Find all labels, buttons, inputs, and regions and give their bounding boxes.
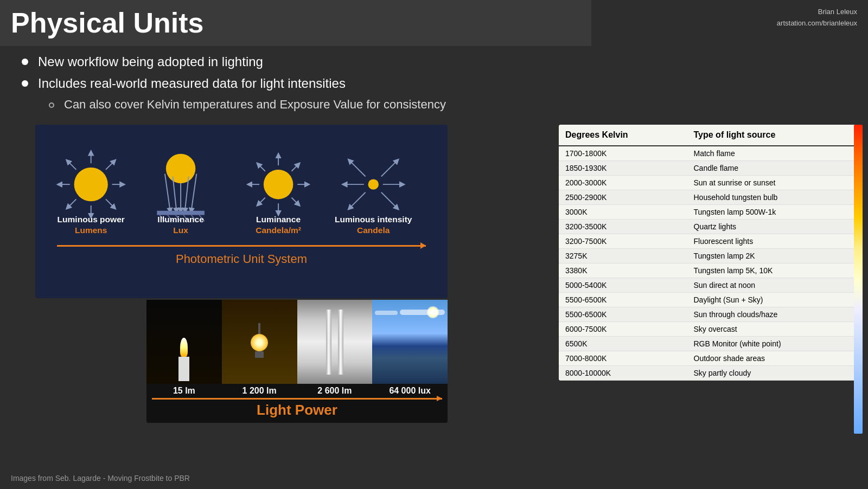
light-source-value: Fluorescent lights: [687, 234, 858, 249]
kelvin-value: 2500-2900K: [559, 190, 687, 205]
kelvin-value: 6500K: [559, 337, 687, 351]
light-source-value: Sun through clouds/haze: [687, 307, 858, 322]
kelvin-value: 7000-8000K: [559, 351, 687, 366]
svg-text:Luminous power: Luminous power: [58, 215, 125, 224]
candle-image: [146, 300, 222, 384]
lm-label-3: 2 600 lm: [297, 386, 373, 396]
col-header-source: Type of light source: [687, 125, 858, 146]
tube-image: [297, 300, 373, 384]
bullet-text-2: Includes real-world measured data for li…: [38, 76, 346, 91]
table-row: 3200-7500KFluorescent lights: [559, 234, 857, 249]
photometric-title: Photometric Unit System: [46, 252, 437, 266]
light-power-title: Light Power: [146, 400, 448, 423]
kelvin-value: 6000-7500K: [559, 322, 687, 337]
photometric-title-white: Unit System: [239, 252, 307, 266]
svg-line-7: [68, 199, 76, 208]
light-source-value: Tungsten lamp 2K: [687, 249, 858, 263]
bullet-item-1: New workflow being adopted in lighting: [22, 54, 510, 69]
kelvin-value: 5500-6500K: [559, 307, 687, 322]
svg-text:Lux: Lux: [173, 226, 188, 235]
svg-line-35: [349, 160, 365, 176]
table-row: 5500-6500KDaylight (Sun + Sky): [559, 293, 857, 307]
lm-label-4: 64 000 lux: [372, 386, 448, 396]
table-row: 8000-10000KSky partly cloudy: [559, 366, 857, 381]
kelvin-value: 3275K: [559, 249, 687, 263]
table-row: 5000-5400KSun direct at noon: [559, 278, 857, 293]
page-title: Physical Units: [11, 8, 580, 38]
table-row: 7000-8000KOutdoor shade areas: [559, 351, 857, 366]
author-info: Brian Leleux artstation.com/brianleleux: [777, 7, 857, 29]
svg-line-28: [291, 164, 298, 171]
kelvin-value: 3380K: [559, 263, 687, 278]
kelvin-value: 5000-5400K: [559, 278, 687, 293]
table-row: 5500-6500KSun through clouds/haze: [559, 307, 857, 322]
svg-line-10: [165, 174, 170, 211]
table-row: 1700-1800KMatch flame: [559, 146, 857, 161]
photometric-title-orange: Photometric: [176, 252, 239, 266]
light-power-labels: 15 lm 1 200 lm 2 600 lm 64 000 lux: [146, 384, 448, 398]
svg-text:Lumens: Lumens: [75, 226, 107, 235]
kelvin-value: 3200-7500K: [559, 234, 687, 249]
photometric-diagram: Luminous power Lumens Illuminance Lux Lu…: [35, 125, 448, 298]
sub-bullet-item: Can also cover Kelvin temperatures and E…: [49, 98, 510, 112]
svg-line-32: [381, 160, 397, 176]
bullet-dot-1: [22, 59, 28, 65]
lm-label-2: 1 200 lm: [222, 386, 297, 396]
orange-arrow-bar: [57, 245, 426, 247]
table-row: 1850-1930KCandle flame: [559, 161, 857, 176]
light-source-value: Sun direct at noon: [687, 278, 858, 293]
table-row: 3200-3500KQuartz lights: [559, 220, 857, 234]
kelvin-value: 3200-3500K: [559, 220, 687, 234]
table-row: 6000-7500KSky overcast: [559, 322, 857, 337]
svg-line-14: [192, 174, 197, 211]
svg-text:Illuminance: Illuminance: [157, 215, 204, 224]
light-power-box: 15 lm 1 200 lm 2 600 lm 64 000 lux Light…: [146, 300, 448, 423]
svg-line-37: [349, 192, 365, 208]
svg-line-6: [106, 161, 114, 170]
light-source-value: Outdoor shade areas: [687, 351, 858, 366]
lm-label-1: 15 lm: [146, 386, 222, 396]
svg-point-9: [166, 154, 195, 183]
light-source-value: Household tungsten bulb: [687, 190, 858, 205]
svg-point-31: [368, 179, 379, 189]
svg-line-27: [258, 164, 265, 171]
kelvin-value: 8000-10000K: [559, 366, 687, 381]
bulb-image: [222, 300, 297, 384]
kelvin-value: 1850-1930K: [559, 161, 687, 176]
color-temperature-bar: [854, 125, 863, 434]
bullet-item-2: Includes real-world measured data for li…: [22, 76, 510, 91]
light-source-value: Candle flame: [687, 161, 858, 176]
kelvin-table: Degrees Kelvin Type of light source 1700…: [559, 125, 857, 381]
table-row: 2500-2900KHousehold tungsten bulb: [559, 190, 857, 205]
svg-text:Candela/m²: Candela/m²: [256, 226, 301, 235]
svg-line-34: [381, 192, 397, 208]
light-source-value: Match flame: [687, 146, 858, 161]
bottom-caption: Images from Seb. Lagarde - Moving Frostb…: [11, 474, 190, 482]
light-source-value: Tungsten lamp 500W-1k: [687, 205, 858, 220]
svg-line-29: [258, 197, 265, 204]
light-source-value: Sky partly cloudy: [687, 366, 858, 381]
col-header-kelvin: Degrees Kelvin: [559, 125, 687, 146]
kelvin-value: 2000-3000K: [559, 176, 687, 190]
author-name: Brian Leleux: [777, 7, 857, 18]
author-website: artstation.com/brianleleux: [777, 18, 857, 29]
table-row: 6500KRGB Monitor (white point): [559, 337, 857, 351]
svg-line-8: [106, 199, 114, 208]
kelvin-value: 3000K: [559, 205, 687, 220]
svg-text:Luminance: Luminance: [256, 215, 301, 224]
light-source-value: Tungsten lamp 5K, 10K: [687, 263, 858, 278]
light-images-row: [146, 300, 448, 384]
svg-text:Candela: Candela: [357, 226, 390, 235]
header-bar: Physical Units: [0, 0, 591, 46]
svg-text:Luminous intensity: Luminous intensity: [335, 215, 412, 224]
photometric-svg: Luminous power Lumens Illuminance Lux Lu…: [46, 136, 437, 239]
kelvin-table-box: Degrees Kelvin Type of light source 1700…: [559, 125, 857, 381]
light-source-value: Sky overcast: [687, 322, 858, 337]
light-source-value: Daylight (Sun + Sky): [687, 293, 858, 307]
svg-line-5: [68, 161, 76, 170]
table-row: 2000-3000KSun at sunrise or sunset: [559, 176, 857, 190]
svg-point-22: [264, 170, 293, 199]
table-row: 3000KTungsten lamp 500W-1k: [559, 205, 857, 220]
table-row: 3275KTungsten lamp 2K: [559, 249, 857, 263]
kelvin-value: 1700-1800K: [559, 146, 687, 161]
